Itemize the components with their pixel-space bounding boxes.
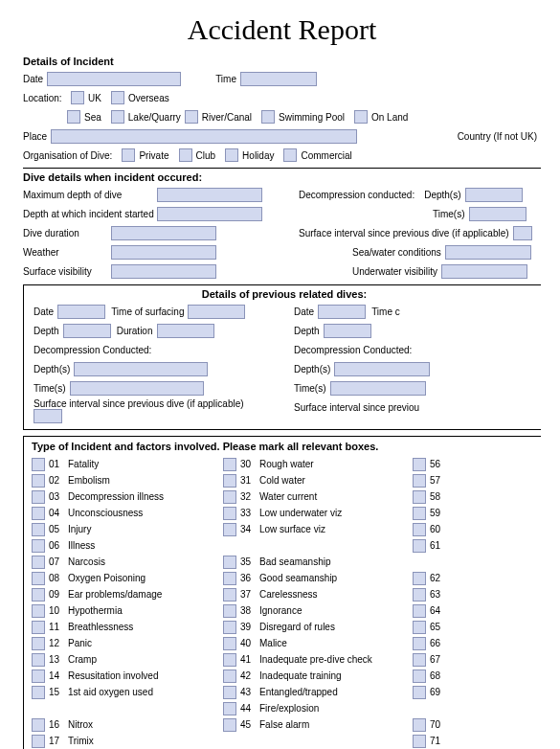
club-checkbox[interactable] bbox=[179, 148, 192, 162]
factor-checkbox[interactable] bbox=[223, 556, 236, 569]
factor-checkbox[interactable] bbox=[32, 653, 45, 667]
factor-checkbox[interactable] bbox=[32, 572, 45, 585]
surfint-input[interactable] bbox=[513, 226, 532, 240]
prev1-depths-input[interactable] bbox=[74, 362, 208, 376]
factor-checkbox[interactable] bbox=[32, 686, 45, 699]
factor-label: Disregard of rules bbox=[259, 622, 335, 632]
prev1-duration-input[interactable] bbox=[157, 324, 214, 338]
surfvis-input[interactable] bbox=[111, 264, 216, 279]
factor-checkbox[interactable] bbox=[32, 604, 45, 618]
factor-checkbox[interactable] bbox=[223, 458, 236, 471]
factor-checkbox[interactable] bbox=[223, 572, 236, 585]
place-label: Place bbox=[23, 131, 47, 142]
factor-item: Dec bbox=[413, 700, 541, 716]
prev1-surfint-input[interactable] bbox=[34, 409, 62, 423]
factor-checkbox[interactable] bbox=[413, 653, 426, 667]
factor-checkbox[interactable] bbox=[223, 604, 236, 618]
factor-checkbox[interactable] bbox=[223, 653, 236, 667]
uk-checkbox[interactable] bbox=[71, 91, 84, 104]
pool-checkbox[interactable] bbox=[261, 110, 275, 124]
factor-item: 69 bbox=[413, 684, 541, 700]
weather-input[interactable] bbox=[111, 245, 216, 260]
factor-number: 08 bbox=[49, 573, 66, 583]
time-input[interactable] bbox=[240, 72, 317, 86]
factor-checkbox[interactable] bbox=[413, 474, 426, 488]
land-checkbox[interactable] bbox=[354, 110, 368, 124]
overseas-checkbox[interactable] bbox=[111, 91, 124, 104]
factor-number: 38 bbox=[240, 605, 258, 616]
factor-item: 07Narcosis bbox=[32, 554, 215, 570]
factor-checkbox[interactable] bbox=[223, 474, 236, 488]
factor-checkbox[interactable] bbox=[413, 572, 426, 585]
sea-checkbox[interactable] bbox=[67, 110, 80, 124]
factor-number: 34 bbox=[240, 524, 258, 534]
prev1-timesurf-input[interactable] bbox=[188, 305, 245, 319]
factor-checkbox[interactable] bbox=[32, 556, 45, 569]
factor-checkbox[interactable] bbox=[32, 718, 45, 732]
seacond-label: Sea/water conditions bbox=[352, 247, 441, 258]
factor-checkbox[interactable] bbox=[413, 637, 426, 650]
prev1-times-input[interactable] bbox=[70, 381, 204, 396]
factor-checkbox[interactable] bbox=[413, 507, 426, 520]
lake-checkbox[interactable] bbox=[111, 110, 124, 124]
river-checkbox[interactable] bbox=[185, 110, 198, 124]
depthat-input[interactable] bbox=[157, 207, 262, 221]
factor-checkbox[interactable] bbox=[413, 670, 426, 683]
factor-checkbox[interactable] bbox=[413, 490, 426, 504]
factor-checkbox[interactable] bbox=[413, 588, 426, 601]
factor-checkbox[interactable] bbox=[32, 735, 45, 748]
prev2-date-input[interactable] bbox=[318, 305, 366, 319]
factor-checkbox[interactable] bbox=[413, 523, 426, 536]
factor-checkbox[interactable] bbox=[32, 588, 45, 601]
factor-checkbox[interactable] bbox=[413, 539, 426, 553]
factor-checkbox[interactable] bbox=[413, 718, 426, 732]
times-input[interactable] bbox=[469, 207, 526, 221]
uwvis-input[interactable] bbox=[441, 264, 527, 279]
factor-checkbox[interactable] bbox=[413, 621, 426, 634]
factor-checkbox[interactable] bbox=[413, 735, 426, 748]
factor-number: 60 bbox=[430, 524, 447, 534]
factor-checkbox[interactable] bbox=[223, 686, 236, 699]
factor-checkbox[interactable] bbox=[223, 523, 236, 536]
private-checkbox[interactable] bbox=[122, 148, 135, 162]
factor-checkbox[interactable] bbox=[32, 539, 45, 553]
depths-input[interactable] bbox=[465, 188, 523, 202]
commercial-checkbox[interactable] bbox=[283, 148, 297, 162]
holiday-checkbox[interactable] bbox=[225, 148, 238, 162]
prev1-duration-label: Duration bbox=[117, 326, 153, 336]
factor-checkbox[interactable] bbox=[32, 474, 45, 488]
factor-checkbox[interactable] bbox=[223, 588, 236, 601]
factor-number: 12 bbox=[49, 638, 66, 648]
factor-checkbox[interactable] bbox=[32, 621, 45, 634]
factor-checkbox[interactable] bbox=[223, 718, 236, 732]
prev2-depths-input[interactable] bbox=[334, 362, 430, 376]
seacond-input[interactable] bbox=[445, 245, 531, 260]
factor-checkbox[interactable] bbox=[223, 490, 236, 504]
duration-input[interactable] bbox=[111, 226, 216, 240]
factor-checkbox[interactable] bbox=[32, 670, 45, 683]
prev2-times-input[interactable] bbox=[330, 381, 426, 396]
date-input[interactable] bbox=[47, 72, 181, 86]
factor-checkbox[interactable] bbox=[413, 604, 426, 618]
prev1-depth-input[interactable] bbox=[63, 324, 111, 338]
depths-label: Depth(s) bbox=[424, 190, 460, 200]
prev2-depth-input[interactable] bbox=[324, 324, 371, 338]
factor-checkbox[interactable] bbox=[223, 670, 236, 683]
prev2-depths-label: Depth(s) bbox=[294, 364, 330, 374]
factor-checkbox[interactable] bbox=[413, 686, 426, 699]
prev1-date-input[interactable] bbox=[57, 305, 105, 319]
factor-checkbox[interactable] bbox=[32, 490, 45, 504]
factor-label: Cramp bbox=[68, 654, 97, 665]
factor-checkbox[interactable] bbox=[32, 523, 45, 536]
maxdepth-input[interactable] bbox=[157, 188, 262, 202]
factor-checkbox[interactable] bbox=[223, 702, 236, 715]
factor-checkbox[interactable] bbox=[223, 507, 236, 520]
factor-number: 06 bbox=[49, 540, 66, 551]
place-input[interactable] bbox=[51, 129, 357, 144]
factor-checkbox[interactable] bbox=[32, 507, 45, 520]
factor-checkbox[interactable] bbox=[413, 458, 426, 471]
factor-checkbox[interactable] bbox=[223, 621, 236, 634]
factor-checkbox[interactable] bbox=[32, 637, 45, 650]
factor-checkbox[interactable] bbox=[223, 637, 236, 650]
factor-checkbox[interactable] bbox=[32, 458, 45, 471]
